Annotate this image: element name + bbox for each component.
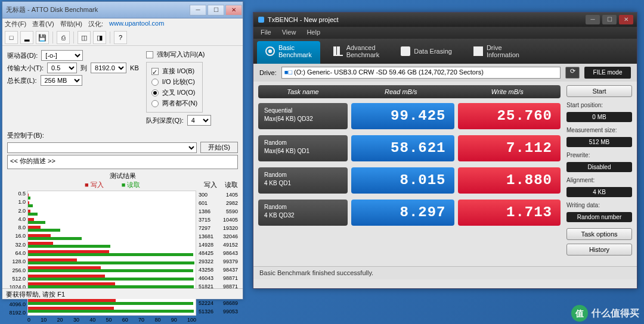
close-button[interactable]: ✕: [225, 5, 242, 15]
align-label: Alignment:: [566, 177, 632, 183]
close-button[interactable]: ✕: [619, 15, 633, 24]
print-icon[interactable]: ⎙: [57, 31, 70, 44]
neither-radio[interactable]: [151, 100, 159, 107]
filemode-button[interactable]: FILE mode: [584, 67, 631, 79]
overlap-radio[interactable]: [151, 89, 159, 96]
open-icon[interactable]: ▂: [20, 31, 33, 44]
help-icon[interactable]: ?: [114, 31, 127, 44]
menu-help[interactable]: 帮助(H): [60, 20, 82, 28]
minimize-button[interactable]: ─: [190, 5, 206, 15]
drive-icon: [473, 46, 483, 56]
to-label: 到: [80, 64, 87, 73]
taskoptions-button[interactable]: Task options: [566, 228, 632, 240]
drive-select[interactable]: ■□ (O:) Generic- USB3.0 CRW -SD 59.46 GB…: [281, 67, 561, 79]
upantool-link[interactable]: www.upantool.com: [109, 20, 164, 28]
history-button[interactable]: History: [566, 244, 632, 256]
align-value[interactable]: 4 KB: [566, 187, 632, 197]
atto-statusbar: 要获得帮助, 请按 F1: [2, 288, 243, 299]
tab-basic-benchmark[interactable]: BasicBenchmark: [257, 41, 320, 64]
new-icon[interactable]: □: [5, 31, 18, 44]
overlap2-icon[interactable]: ◨: [93, 31, 106, 44]
xfer-from-select[interactable]: 0.5: [47, 63, 77, 73]
xfer-label: 传输大小(T):: [7, 64, 44, 73]
menu-view[interactable]: View: [282, 29, 296, 37]
tx-tabs: BasicBenchmark AdvancedBenchmark Data Er…: [253, 39, 637, 64]
maximize-button[interactable]: ☐: [602, 15, 617, 24]
qdepth-label: 队列深度(Q):: [146, 116, 184, 125]
test-name: Random4 KB QD32: [258, 200, 348, 226]
menu-view[interactable]: 查看(V): [32, 20, 54, 28]
prewrite-value[interactable]: Disabled: [566, 162, 632, 172]
drive-row: Drive: ■□ (O:) Generic- USB3.0 CRW -SD 5…: [253, 64, 637, 82]
start-button[interactable]: 开始(S): [200, 142, 238, 153]
write-value: 1.880: [458, 167, 561, 194]
toolbar-separator: [110, 32, 110, 43]
test-name: Random4 KB QD1: [258, 167, 348, 194]
minimize-button[interactable]: ─: [586, 15, 600, 24]
overlap-label: 交叉 I/O(O): [162, 88, 196, 97]
maximize-button[interactable]: ☐: [208, 5, 224, 15]
xfer-to-select[interactable]: 8192.0: [91, 63, 126, 73]
total-label: 总长度(L):: [7, 76, 37, 85]
controlled-select[interactable]: [7, 142, 197, 153]
menu-help[interactable]: Help: [306, 29, 320, 37]
forcewrite-label: 强制写入访问(A): [157, 50, 205, 59]
overlap1-icon[interactable]: ◫: [78, 31, 91, 44]
forcewrite-checkbox[interactable]: [146, 51, 153, 58]
atto-titlebar[interactable]: 无标题 - ATTO Disk Benchmark ─ ☐ ✕: [2, 2, 243, 18]
startpos-value[interactable]: 0 MB: [566, 112, 632, 122]
menu-file[interactable]: 文件(F): [5, 20, 26, 28]
refresh-button[interactable]: ⟳: [565, 67, 580, 79]
test-name: SequentialMax(64 KB) QD32: [258, 103, 348, 129]
tx-statusbar: Basic Benchmark finished successfully.: [253, 266, 637, 279]
results-header: Task name Read mB/s Write mB/s: [258, 85, 561, 98]
qdepth-select[interactable]: 4: [187, 115, 211, 126]
tx-title-text: TxBENCH - New project: [268, 16, 339, 23]
write-value: 7.112: [458, 135, 561, 161]
tab-advanced-benchmark[interactable]: AdvancedBenchmark: [325, 41, 388, 64]
test-name: RandomMax(64 KB) QD1: [258, 135, 348, 161]
iocompare-label: I/O 比较(C): [162, 77, 195, 86]
wdata-value[interactable]: Random number: [566, 212, 632, 222]
drive-value: (O:) Generic- USB3.0 CRW -SD 59.46 GB (1…: [294, 68, 484, 76]
read-value: 8.015: [351, 167, 454, 194]
atto-menubar: 文件(F) 查看(V) 帮助(H) 汉化: www.upantool.com: [2, 18, 243, 29]
prewrite-label: Prewrite:: [566, 152, 632, 158]
startpos-label: Start position:: [566, 102, 632, 108]
neither-label: 两者都不(N): [162, 99, 197, 108]
drive-select[interactable]: [-o-]: [41, 50, 83, 61]
menu-file[interactable]: File: [261, 29, 271, 37]
toolbar-separator: [52, 32, 53, 43]
save-icon[interactable]: 💾: [36, 31, 49, 44]
atto-title-text: 无标题 - ATTO Disk Benchmark: [6, 5, 98, 14]
tx-app-icon: [258, 17, 264, 23]
tx-menubar: File View Help: [253, 27, 637, 39]
desc-placeholder: << 你的描述 >>: [10, 157, 55, 164]
msize-label: Measurement size:: [566, 127, 632, 133]
tab-drive-information[interactable]: DriveInformation: [465, 41, 528, 64]
tab-data-erasing[interactable]: Data Erasing: [392, 41, 460, 64]
msize-value[interactable]: 512 MB: [566, 137, 632, 147]
watermark: 值 什么值得买: [571, 305, 639, 322]
test-row: Random4 KB QD328.2971.713: [258, 200, 561, 226]
clock-icon: [265, 46, 275, 56]
start-button[interactable]: Start: [566, 85, 632, 97]
write-col-header: 写入: [196, 180, 217, 189]
eraser-icon: [401, 46, 410, 56]
tx-titlebar[interactable]: TxBENCH - New project ─ ☐ ✕: [253, 13, 637, 27]
drive-label: Drive:: [259, 69, 277, 76]
write-value: 1.713: [458, 200, 561, 226]
read-value: 8.297: [351, 200, 454, 226]
atto-window: 无标题 - ATTO Disk Benchmark ─ ☐ ✕ 文件(F) 查看…: [2, 1, 243, 300]
atto-toolbar: □ ▂ 💾 ⎙ ◫ ◨ ?: [2, 29, 243, 46]
kb-label: KB: [130, 64, 139, 71]
description-input[interactable]: << 你的描述 >>: [7, 155, 238, 169]
total-select[interactable]: 256 MB: [41, 75, 82, 86]
directio-checkbox[interactable]: ✓: [151, 68, 159, 75]
controlled-label: 受控制于(B):: [7, 131, 44, 140]
read-value: 99.425: [351, 103, 454, 129]
wdata-label: Writing data:: [566, 202, 632, 208]
iocompare-radio[interactable]: [151, 79, 159, 86]
test-row: RandomMax(64 KB) QD158.6217.112: [258, 135, 561, 161]
toolbar-separator: [73, 32, 74, 43]
